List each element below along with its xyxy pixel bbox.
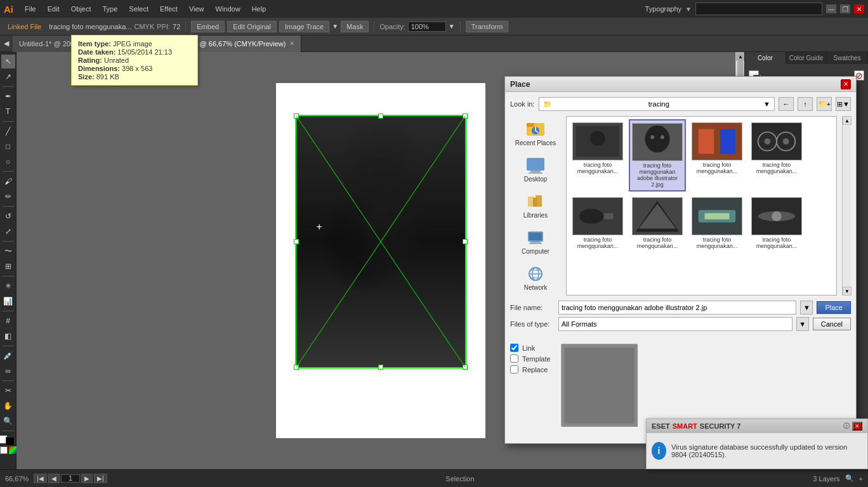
menu-select[interactable]: Select xyxy=(124,4,154,14)
page-last-btn[interactable]: ▶| xyxy=(94,474,107,483)
blend-tool[interactable]: ∞ xyxy=(1,364,15,378)
file-item-6[interactable]: tracing foto mengqunakan... xyxy=(629,194,686,252)
restore-button[interactable]: ❐ xyxy=(840,4,850,13)
embed-button[interactable]: Embed xyxy=(191,21,225,32)
linked-file-btn[interactable]: Linked File xyxy=(3,22,46,32)
menu-effect[interactable]: Effect xyxy=(155,4,183,14)
opacity-arrow[interactable]: ▼ xyxy=(449,23,455,30)
files-of-type-input[interactable] xyxy=(558,317,792,331)
page-prev-btn[interactable]: ◀ xyxy=(48,474,60,483)
file-item-4[interactable]: tracing foto menggunakan... xyxy=(748,119,805,192)
tab-scroll-left[interactable]: ◀ xyxy=(0,39,13,48)
free-transform-tool[interactable]: ⊞ xyxy=(1,259,15,273)
menu-window[interactable]: Window xyxy=(211,4,246,14)
file-item-7[interactable]: tracing foto mengqunakan... xyxy=(688,194,746,252)
color-swatch[interactable] xyxy=(9,446,16,454)
replace-checkbox-label[interactable]: Replace xyxy=(510,365,551,373)
mesh-tool[interactable]: # xyxy=(1,314,15,328)
opacity-input[interactable] xyxy=(408,22,446,32)
none-color[interactable] xyxy=(0,446,8,454)
nav-up-btn[interactable]: ↑ xyxy=(798,97,813,111)
scissors-tool[interactable]: ✂ xyxy=(1,384,15,398)
scroll-down[interactable]: ▼ xyxy=(843,287,852,295)
page-first-btn[interactable]: |◀ xyxy=(34,474,47,483)
rect-tool[interactable]: □ xyxy=(1,140,15,153)
file-name-combo-btn[interactable]: ▼ xyxy=(800,301,813,315)
file-item-2[interactable]: tracing foto menggunakan adobe illustrat… xyxy=(629,119,686,192)
menu-edit[interactable]: Edit xyxy=(43,4,65,14)
stroke-color[interactable] xyxy=(6,437,15,446)
symbol-sprayer-tool[interactable]: ✳ xyxy=(1,279,15,293)
eset-close-btn[interactable]: ✕ xyxy=(852,422,862,431)
file-grid[interactable]: tracing foto menggunakan... tracing foto… xyxy=(566,116,837,295)
scroll-up-btn[interactable]: ▲ xyxy=(736,52,744,61)
panel-tab-color-guide[interactable]: Color Guide xyxy=(786,52,827,64)
warp-tool[interactable]: 〜 xyxy=(1,244,15,258)
file-thumb-7 xyxy=(692,197,742,235)
replace-checkbox[interactable] xyxy=(510,365,518,373)
image-trace-arrow[interactable]: ▼ xyxy=(332,23,338,30)
menu-help[interactable]: Help xyxy=(247,4,272,14)
image-trace-button[interactable]: Image Trace xyxy=(279,21,329,32)
zoom-tool[interactable]: 🔍 xyxy=(1,414,15,428)
edit-original-button[interactable]: Edit Original xyxy=(227,21,277,32)
pencil-tool[interactable]: ✏ xyxy=(1,190,15,204)
menu-view[interactable]: View xyxy=(184,4,209,14)
rotate-tool[interactable]: ↺ xyxy=(1,209,15,223)
file-name-input[interactable] xyxy=(558,301,796,315)
hand-tool[interactable]: ✋ xyxy=(1,399,15,413)
type-tool[interactable]: T xyxy=(1,105,15,119)
tab-stevejobs-close[interactable]: ✕ xyxy=(289,40,294,47)
file-item-1[interactable]: tracing foto menggunakan... xyxy=(569,119,626,192)
direct-select-tool[interactable]: ↗ xyxy=(1,70,15,84)
paintbrush-tool[interactable]: 🖌 xyxy=(1,174,15,188)
eyedropper-tool[interactable]: 💉 xyxy=(1,349,15,363)
graph-tool[interactable]: 📊 xyxy=(1,294,15,308)
dialog-scrollbar[interactable]: ▲ ▼ xyxy=(842,116,851,295)
line-tool[interactable]: ╱ xyxy=(1,124,15,138)
file-item-8[interactable]: tracing foto mengqunakan... xyxy=(748,194,805,252)
menu-object[interactable]: Object xyxy=(66,4,96,14)
place-button[interactable]: Place xyxy=(817,301,851,314)
files-of-type-combo-btn[interactable]: ▼ xyxy=(796,317,809,331)
sidebar-libraries[interactable]: Libraries xyxy=(510,188,561,223)
dialog-title-bar: Place ✕ xyxy=(505,77,856,92)
app-close-button[interactable]: ✕ xyxy=(854,4,864,13)
panel-tab-color[interactable]: Color xyxy=(745,52,786,64)
selection-tool[interactable]: ↖ xyxy=(1,55,15,68)
menu-file[interactable]: File xyxy=(20,4,41,14)
template-checkbox-label[interactable]: Template xyxy=(510,354,551,363)
pen-tool[interactable]: ✒ xyxy=(1,89,15,103)
search-input[interactable] xyxy=(695,3,822,15)
link-checkbox-label[interactable]: Link xyxy=(510,344,551,352)
file-item-3[interactable]: tracing foto menggunakan... xyxy=(688,119,746,192)
nav-back-btn[interactable]: ← xyxy=(779,97,794,111)
cancel-button[interactable]: Cancel xyxy=(813,318,851,330)
panel-tab-swatches[interactable]: Swatches xyxy=(827,52,868,64)
zoom-in-btn[interactable]: + xyxy=(859,475,863,483)
gradient-tool[interactable]: ◧ xyxy=(1,329,15,343)
scale-tool[interactable]: ⤢ xyxy=(1,224,15,238)
page-input[interactable] xyxy=(61,474,80,483)
image-object[interactable]: + xyxy=(295,115,466,368)
template-checkbox[interactable] xyxy=(510,354,518,363)
ellipse-tool[interactable]: ○ xyxy=(1,155,15,169)
sidebar-computer[interactable]: Computer xyxy=(510,224,561,259)
sidebar-network[interactable]: Network xyxy=(510,261,561,295)
link-checkbox[interactable] xyxy=(510,344,518,352)
sidebar-recent-places[interactable]: Recent Places xyxy=(510,116,561,151)
scroll-up[interactable]: ▲ xyxy=(843,116,852,125)
mask-button[interactable]: Mask xyxy=(341,21,369,32)
minimize-button[interactable]: — xyxy=(826,4,836,13)
page-next-btn[interactable]: ▶ xyxy=(81,474,93,483)
view-options-btn[interactable]: ⊞▼ xyxy=(836,97,851,111)
file-item-5[interactable]: tracing foto mengqunakan... xyxy=(569,194,626,252)
menu-type[interactable]: Type xyxy=(98,4,123,14)
layers-info: 3 Layers xyxy=(813,475,839,483)
transform-button[interactable]: Transform xyxy=(466,21,509,32)
sidebar-desktop[interactable]: Desktop xyxy=(510,152,561,187)
search-icon[interactable]: 🔍 xyxy=(845,474,854,483)
new-folder-btn[interactable]: 📁+ xyxy=(817,97,832,111)
look-in-combo[interactable]: 📁 tracing ▼ xyxy=(539,97,775,111)
dialog-close-button[interactable]: ✕ xyxy=(841,79,851,89)
